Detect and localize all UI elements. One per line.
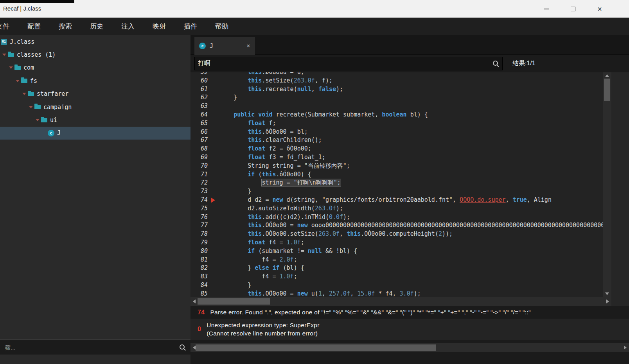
scroll-left-icon[interactable] <box>193 346 196 350</box>
tree-item-starfarer[interactable]: starfarer <box>0 88 190 100</box>
code-line-59[interactable]: 59 this.ØOu8uu = u; <box>190 72 603 77</box>
line-number: 83 <box>190 273 208 281</box>
code-line-62[interactable]: 62 } <box>190 93 603 102</box>
code-line-61[interactable]: 61 this.recreate(null, false); <box>190 85 603 94</box>
error-item-1[interactable]: 0Unexpected expression type: SuperExpr(C… <box>190 319 629 340</box>
code-text: this.add((c)d2).inTMid(0.0f); <box>218 213 350 222</box>
code-line-78[interactable]: 78 this.OÓ0o00.setSize(263.0f, this.OÓ0o… <box>190 230 603 238</box>
line-number: 79 <box>190 238 208 247</box>
code-text: String string = "当前转移内容"; <box>218 162 350 170</box>
tree-item-label: ui <box>50 117 57 124</box>
code-text: this.OÔ0o00 = new u(1, 257.0f, 15.0f * f… <box>218 290 421 297</box>
code-line-85[interactable]: 85 this.OÔ0o00 = new u(1, 257.0f, 15.0f … <box>190 290 603 297</box>
code-text: } <box>218 187 251 196</box>
expand-arrow-icon[interactable] <box>7 66 14 69</box>
tree-item-j[interactable]: cJ <box>0 127 190 140</box>
error-message: Unexpected expression type: SuperExpr(Ca… <box>207 321 320 337</box>
menu-item-4[interactable]: 注入 <box>121 22 135 31</box>
code-line-63[interactable]: 63 <box>190 102 603 111</box>
search-icon[interactable] <box>492 60 499 67</box>
tree-filter-input[interactable] <box>5 344 179 351</box>
expand-arrow-icon[interactable] <box>14 80 21 82</box>
code-line-74[interactable]: 74 d d2 = new d(string, "graphics/fonts/… <box>190 196 603 204</box>
menu-item-2[interactable]: 搜索 <box>59 22 73 31</box>
code-line-64[interactable]: 64 public void recreate(Submarket submar… <box>190 111 603 119</box>
code-line-60[interactable]: 60 this.setSize(263.0f, f); <box>190 77 603 85</box>
error-panel: 74Parse error. Found ".", expected one o… <box>190 306 629 343</box>
tab-close-icon[interactable]: × <box>246 42 250 50</box>
expand-arrow-icon[interactable] <box>27 106 34 108</box>
code-line-84[interactable]: 84 } <box>190 281 603 290</box>
folder-icon <box>41 118 47 122</box>
code-line-79[interactable]: 79 float f4 = 1.0f; <box>190 238 603 247</box>
tree-item-label: fs <box>30 77 37 84</box>
code-line-68[interactable]: 68 float f2 = ôÒ0o00; <box>190 145 603 153</box>
marker-spacer <box>208 72 218 77</box>
code-line-65[interactable]: 65 float f; <box>190 119 603 128</box>
scroll-up-icon[interactable] <box>605 74 609 77</box>
tree-item-ui[interactable]: ui <box>0 113 190 126</box>
horizontal-scroll-thumb[interactable] <box>198 298 270 305</box>
tree-item-label: J.class <box>10 38 34 45</box>
tree-item-campaign[interactable]: campaign <box>0 100 190 113</box>
editor-horizontal-scrollbar[interactable] <box>190 297 611 306</box>
search-input[interactable] <box>198 60 492 67</box>
scroll-left-icon[interactable] <box>193 299 196 303</box>
minimize-button[interactable] <box>533 0 560 18</box>
folder-icon <box>34 105 41 109</box>
code-line-72[interactable]: 72 string = "打啊\n啊啊啊"; <box>190 179 603 187</box>
error-item-0[interactable]: 74Parse error. Found ".", expected one o… <box>190 306 629 319</box>
editor-vertical-scrollbar[interactable] <box>603 72 611 297</box>
tree-item-label: starfarer <box>37 90 68 97</box>
code-text: float f; <box>218 119 276 128</box>
code-line-81[interactable]: 81 f4 = 2.0f; <box>190 256 603 264</box>
menu-item-1[interactable]: 配置 <box>27 22 41 31</box>
error-horizontal-scrollbar[interactable] <box>190 343 629 352</box>
expand-arrow-icon[interactable] <box>21 93 28 95</box>
error-scroll-thumb[interactable] <box>196 344 436 351</box>
maximize-button[interactable] <box>560 0 586 18</box>
line-number: 75 <box>190 204 208 213</box>
menu-item-3[interactable]: 历史 <box>90 22 104 31</box>
code-line-69[interactable]: 69 float f3 = fd_float_1; <box>190 153 603 162</box>
tree-item-com[interactable]: com <box>0 61 190 74</box>
vertical-scroll-thumb[interactable] <box>604 79 610 101</box>
tree-item-fs[interactable]: fs <box>0 74 190 87</box>
menu-item-6[interactable]: 插件 <box>184 22 198 31</box>
line-number: 73 <box>190 187 208 196</box>
code-line-83[interactable]: 83 f4 = 1.0f; <box>190 273 603 281</box>
menu-item-7[interactable]: 帮助 <box>215 22 229 31</box>
line-number: 77 <box>190 221 208 230</box>
scroll-right-icon[interactable] <box>624 346 627 350</box>
window-title: Recaf | J.class <box>3 5 41 12</box>
scroll-right-icon[interactable] <box>606 299 609 303</box>
expand-arrow-icon[interactable] <box>1 54 8 56</box>
code-line-77[interactable]: 77 this.OÓ0o00 = new oooo000000000000000… <box>190 221 603 230</box>
scroll-down-icon[interactable] <box>605 292 609 295</box>
code-line-76[interactable]: 76 this.add((c)d2).inTMid(0.0f); <box>190 213 603 222</box>
search-result-count: 结果:1/1 <box>512 55 536 72</box>
code-text: float f3 = fd_float_1; <box>218 153 325 162</box>
expand-arrow-icon[interactable] <box>34 119 41 121</box>
code-line-75[interactable]: 75 d2.autoSizeToWidth(263.0f); <box>190 204 603 213</box>
window-controls: × <box>533 0 613 18</box>
marker-spacer <box>208 119 218 128</box>
menu-item-5[interactable]: 映射 <box>153 22 167 31</box>
folder-icon <box>28 92 34 96</box>
code-line-80[interactable]: 80 if (submarket != null && !bl) { <box>190 247 603 256</box>
menu-item-0[interactable]: 文件 <box>0 22 10 31</box>
code-text: this.ôÒ0o00 = bl; <box>218 128 308 136</box>
tab-j[interactable]: c J × <box>194 37 255 55</box>
code-line-71[interactable]: 71 if (this.ôÓ0o00) { <box>190 170 603 179</box>
code-line-66[interactable]: 66 this.ôÒ0o00 = bl; <box>190 128 603 136</box>
code-line-73[interactable]: 73 } <box>190 187 603 196</box>
marker-spacer <box>208 281 218 290</box>
tree-item-j-class[interactable]: 01J.class <box>0 35 190 48</box>
close-button[interactable]: × <box>586 0 613 18</box>
line-number: 80 <box>190 247 208 256</box>
code-line-82[interactable]: 82 } else if (bl) { <box>190 264 603 273</box>
code-line-67[interactable]: 67 this.clearChildren(); <box>190 136 603 145</box>
tree-item-classes-1[interactable]: classes (1) <box>0 48 190 61</box>
code-editor[interactable]: 59 this.ØOu8uu = u;60 this.setSize(263.0… <box>190 72 603 297</box>
code-line-70[interactable]: 70 String string = "当前转移内容"; <box>190 162 603 170</box>
